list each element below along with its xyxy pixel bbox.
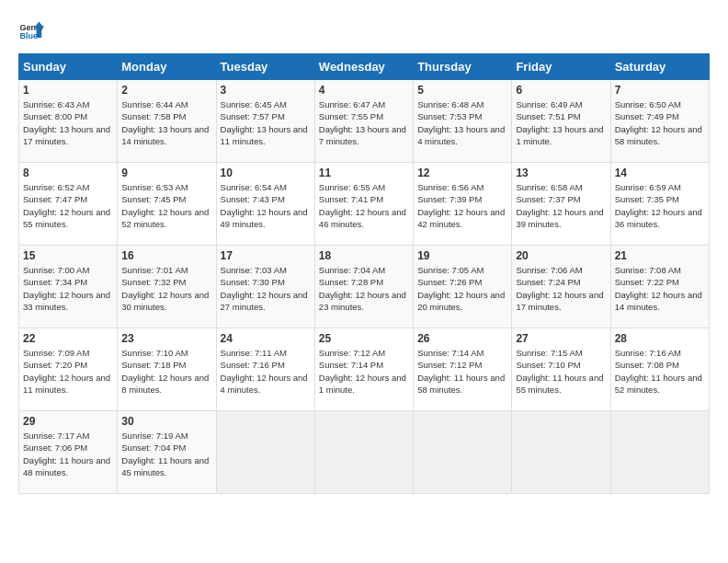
weekday-header-saturday: Saturday (610, 54, 709, 80)
cell-sun-info: Sunrise: 6:59 AM Sunset: 7:35 PM Dayligh… (615, 181, 705, 230)
day-number: 16 (121, 249, 211, 262)
calendar-cell: 17Sunrise: 7:03 AM Sunset: 7:30 PM Dayli… (216, 246, 314, 328)
calendar-cell: 19Sunrise: 7:05 AM Sunset: 7:26 PM Dayli… (414, 246, 512, 328)
day-number: 19 (417, 249, 507, 262)
cell-sun-info: Sunrise: 6:45 AM Sunset: 7:57 PM Dayligh… (221, 98, 311, 147)
cell-sun-info: Sunrise: 6:52 AM Sunset: 7:47 PM Dayligh… (23, 181, 113, 230)
calendar-cell: 5Sunrise: 6:48 AM Sunset: 7:53 PM Daylig… (414, 80, 512, 163)
day-number: 27 (516, 332, 606, 345)
day-number: 14 (615, 167, 705, 179)
cell-sun-info: Sunrise: 7:04 AM Sunset: 7:28 PM Dayligh… (319, 264, 409, 313)
day-number: 22 (23, 332, 113, 345)
calendar-cell (314, 411, 413, 494)
cell-sun-info: Sunrise: 7:06 AM Sunset: 7:24 PM Dayligh… (516, 264, 606, 313)
cell-sun-info: Sunrise: 7:11 AM Sunset: 7:16 PM Dayligh… (221, 347, 311, 396)
day-number: 15 (23, 249, 113, 262)
day-number: 9 (121, 167, 211, 179)
day-number: 12 (417, 167, 507, 179)
calendar-week-5: 29Sunrise: 7:17 AM Sunset: 7:06 PM Dayli… (19, 411, 710, 494)
cell-sun-info: Sunrise: 7:05 AM Sunset: 7:26 PM Dayligh… (417, 264, 507, 313)
calendar-week-4: 22Sunrise: 7:09 AM Sunset: 7:20 PM Dayli… (19, 328, 710, 411)
calendar-week-2: 8Sunrise: 6:52 AM Sunset: 7:47 PM Daylig… (19, 163, 710, 246)
cell-sun-info: Sunrise: 6:49 AM Sunset: 7:51 PM Dayligh… (516, 98, 606, 147)
weekday-header-tuesday: Tuesday (216, 54, 314, 80)
cell-sun-info: Sunrise: 7:01 AM Sunset: 7:32 PM Dayligh… (121, 264, 211, 313)
day-number: 10 (221, 167, 311, 179)
calendar-cell: 26Sunrise: 7:14 AM Sunset: 7:12 PM Dayli… (414, 328, 512, 411)
day-number: 23 (121, 332, 211, 345)
cell-sun-info: Sunrise: 7:00 AM Sunset: 7:34 PM Dayligh… (23, 264, 113, 313)
calendar-cell: 29Sunrise: 7:17 AM Sunset: 7:06 PM Dayli… (19, 411, 118, 494)
day-number: 11 (319, 167, 409, 179)
calendar-cell: 10Sunrise: 6:54 AM Sunset: 7:43 PM Dayli… (216, 163, 314, 246)
svg-text:Blue: Blue (19, 31, 38, 40)
calendar-cell (414, 411, 512, 494)
calendar-cell: 22Sunrise: 7:09 AM Sunset: 7:20 PM Dayli… (19, 328, 118, 411)
cell-sun-info: Sunrise: 7:15 AM Sunset: 7:10 PM Dayligh… (516, 347, 606, 396)
calendar-cell: 18Sunrise: 7:04 AM Sunset: 7:28 PM Dayli… (314, 246, 413, 328)
day-number: 20 (516, 249, 606, 262)
day-number: 8 (23, 167, 113, 179)
day-number: 2 (121, 84, 211, 97)
calendar-cell: 20Sunrise: 7:06 AM Sunset: 7:24 PM Dayli… (512, 246, 610, 328)
day-number: 29 (23, 415, 113, 428)
day-number: 3 (221, 84, 311, 97)
weekday-header-thursday: Thursday (414, 54, 512, 80)
cell-sun-info: Sunrise: 6:54 AM Sunset: 7:43 PM Dayligh… (221, 181, 311, 230)
day-number: 7 (615, 84, 705, 97)
day-number: 30 (121, 415, 211, 428)
calendar-cell: 23Sunrise: 7:10 AM Sunset: 7:18 PM Dayli… (118, 328, 216, 411)
cell-sun-info: Sunrise: 7:12 AM Sunset: 7:14 PM Dayligh… (319, 347, 409, 396)
day-number: 1 (23, 84, 113, 97)
calendar-cell: 28Sunrise: 7:16 AM Sunset: 7:08 PM Dayli… (610, 328, 709, 411)
calendar-cell (610, 411, 709, 494)
logo: General Blue (18, 18, 44, 44)
calendar-cell (512, 411, 610, 494)
cell-sun-info: Sunrise: 7:08 AM Sunset: 7:22 PM Dayligh… (615, 264, 705, 313)
page-header: General Blue (18, 18, 710, 44)
calendar-cell: 24Sunrise: 7:11 AM Sunset: 7:16 PM Dayli… (216, 328, 314, 411)
calendar-cell: 21Sunrise: 7:08 AM Sunset: 7:22 PM Dayli… (610, 246, 709, 328)
weekday-header-friday: Friday (512, 54, 610, 80)
cell-sun-info: Sunrise: 7:17 AM Sunset: 7:06 PM Dayligh… (23, 430, 113, 478)
weekday-header-row: SundayMondayTuesdayWednesdayThursdayFrid… (19, 54, 710, 80)
cell-sun-info: Sunrise: 7:19 AM Sunset: 7:04 PM Dayligh… (121, 430, 211, 478)
calendar-cell: 13Sunrise: 6:58 AM Sunset: 7:37 PM Dayli… (512, 163, 610, 246)
calendar-cell: 14Sunrise: 6:59 AM Sunset: 7:35 PM Dayli… (610, 163, 709, 246)
day-number: 17 (221, 249, 311, 262)
day-number: 6 (516, 84, 606, 97)
cell-sun-info: Sunrise: 6:58 AM Sunset: 7:37 PM Dayligh… (516, 181, 606, 230)
calendar-cell: 3Sunrise: 6:45 AM Sunset: 7:57 PM Daylig… (216, 80, 314, 163)
cell-sun-info: Sunrise: 7:10 AM Sunset: 7:18 PM Dayligh… (121, 347, 211, 396)
cell-sun-info: Sunrise: 7:03 AM Sunset: 7:30 PM Dayligh… (221, 264, 311, 313)
day-number: 26 (417, 332, 507, 345)
calendar-table: SundayMondayTuesdayWednesdayThursdayFrid… (18, 53, 710, 494)
cell-sun-info: Sunrise: 6:48 AM Sunset: 7:53 PM Dayligh… (417, 98, 507, 147)
weekday-header-monday: Monday (118, 54, 216, 80)
calendar-cell: 6Sunrise: 6:49 AM Sunset: 7:51 PM Daylig… (512, 80, 610, 163)
calendar-cell: 4Sunrise: 6:47 AM Sunset: 7:55 PM Daylig… (314, 80, 413, 163)
day-number: 4 (319, 84, 409, 97)
calendar-cell: 8Sunrise: 6:52 AM Sunset: 7:47 PM Daylig… (19, 163, 118, 246)
cell-sun-info: Sunrise: 7:09 AM Sunset: 7:20 PM Dayligh… (23, 347, 113, 396)
day-number: 25 (319, 332, 409, 345)
calendar-week-1: 1Sunrise: 6:43 AM Sunset: 8:00 PM Daylig… (19, 80, 710, 163)
calendar-cell: 1Sunrise: 6:43 AM Sunset: 8:00 PM Daylig… (19, 80, 118, 163)
cell-sun-info: Sunrise: 6:55 AM Sunset: 7:41 PM Dayligh… (319, 181, 409, 230)
cell-sun-info: Sunrise: 7:14 AM Sunset: 7:12 PM Dayligh… (417, 347, 507, 396)
calendar-cell (216, 411, 314, 494)
day-number: 5 (417, 84, 507, 97)
weekday-header-wednesday: Wednesday (314, 54, 413, 80)
cell-sun-info: Sunrise: 6:44 AM Sunset: 7:58 PM Dayligh… (121, 98, 211, 147)
calendar-cell: 7Sunrise: 6:50 AM Sunset: 7:49 PM Daylig… (610, 80, 709, 163)
day-number: 24 (221, 332, 311, 345)
calendar-cell: 15Sunrise: 7:00 AM Sunset: 7:34 PM Dayli… (19, 246, 118, 328)
cell-sun-info: Sunrise: 6:47 AM Sunset: 7:55 PM Dayligh… (319, 98, 409, 147)
calendar-cell: 25Sunrise: 7:12 AM Sunset: 7:14 PM Dayli… (314, 328, 413, 411)
calendar-cell: 27Sunrise: 7:15 AM Sunset: 7:10 PM Dayli… (512, 328, 610, 411)
day-number: 28 (615, 332, 705, 345)
cell-sun-info: Sunrise: 7:16 AM Sunset: 7:08 PM Dayligh… (615, 347, 705, 396)
day-number: 18 (319, 249, 409, 262)
calendar-cell: 9Sunrise: 6:53 AM Sunset: 7:45 PM Daylig… (118, 163, 216, 246)
calendar-week-3: 15Sunrise: 7:00 AM Sunset: 7:34 PM Dayli… (19, 246, 710, 328)
